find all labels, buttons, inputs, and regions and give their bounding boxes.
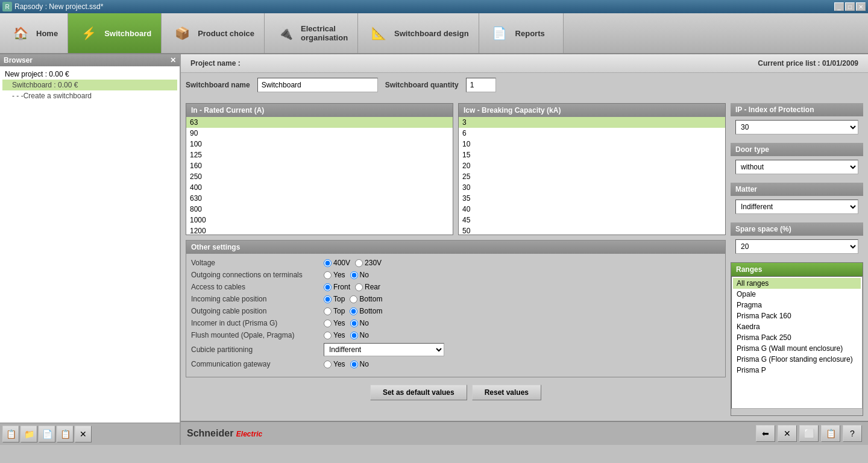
incoming-top-radio[interactable] — [324, 295, 332, 303]
voltage-230v[interactable]: 230V — [355, 259, 382, 267]
tab-switchboard-design[interactable]: 📐 Switchboard design — [358, 13, 479, 53]
tab-home[interactable]: 🏠 Home — [0, 13, 68, 53]
ranges-item-opale[interactable]: Opale — [733, 289, 861, 300]
ranges-item-prismag-wall[interactable]: Prisma G (Wall mount enclosure) — [733, 343, 861, 354]
maximize-button[interactable]: □ — [845, 2, 855, 11]
tab-electrical-organisation[interactable]: 🔌 Electrical organisation — [265, 13, 358, 53]
outgoing-no[interactable]: No — [350, 271, 369, 279]
list-item-800[interactable]: 800 — [186, 204, 453, 215]
browser-item-project[interactable]: New project : 0.00 € — [2, 69, 177, 80]
incomer-yes[interactable]: Yes — [324, 319, 345, 327]
browser-close-icon[interactable]: ✕ — [170, 56, 176, 65]
list-item-630[interactable]: 630 — [186, 193, 453, 204]
spare-space-select[interactable]: 20 10 15 25 30 — [735, 239, 858, 254]
comm-yes[interactable]: Yes — [324, 360, 345, 368]
flush-no-radio[interactable] — [350, 332, 358, 339]
nav-copy-button[interactable]: ⬜ — [799, 425, 819, 442]
comm-no[interactable]: No — [350, 360, 369, 368]
list-item-icw-45[interactable]: 45 — [459, 215, 725, 225]
list-item-icw-20[interactable]: 20 — [459, 160, 725, 171]
list-item-250[interactable]: 250 — [186, 171, 453, 182]
switchboard-qty-input[interactable] — [466, 78, 496, 92]
reset-button[interactable]: Reset values — [472, 385, 541, 400]
ranges-item-prismag-floor[interactable]: Prisma G (Floor standing enclosure) — [733, 354, 861, 365]
flush-no[interactable]: No — [350, 331, 369, 339]
list-item-icw-30[interactable]: 30 — [459, 182, 725, 193]
list-item-icw-15[interactable]: 15 — [459, 150, 725, 160]
ranges-list[interactable]: All ranges Opale Pragma Prisma Pack 160 … — [731, 276, 863, 409]
tab-switchboard[interactable]: ⚡ Switchboard — [68, 13, 162, 53]
access-front[interactable]: Front — [324, 283, 350, 291]
outgoing-cable-top-radio[interactable] — [324, 307, 332, 315]
list-item-125[interactable]: 125 — [186, 150, 453, 160]
outgoing-cable-bottom[interactable]: Bottom — [350, 307, 382, 315]
flush-yes[interactable]: Yes — [324, 331, 345, 339]
set-default-button[interactable]: Set as default values — [370, 385, 467, 400]
outgoing-cable-bottom-radio[interactable] — [350, 307, 357, 315]
list-item-icw-3[interactable]: 3 — [459, 117, 725, 128]
ranges-item-prisma250[interactable]: Prisma Pack 250 — [733, 332, 861, 343]
list-item-icw-6[interactable]: 6 — [459, 128, 725, 139]
nav-help-button[interactable]: ? — [843, 425, 862, 442]
ranges-item-prisma160[interactable]: Prisma Pack 160 — [733, 310, 861, 321]
comm-no-radio[interactable] — [350, 361, 358, 368]
nav-back-button[interactable]: ⬅ — [756, 425, 775, 442]
access-rear-radio[interactable] — [355, 283, 363, 291]
toolbar-btn-delete[interactable]: ✕ — [75, 426, 92, 443]
switchboard-name-input[interactable] — [257, 78, 378, 92]
list-item-100[interactable]: 100 — [186, 139, 453, 150]
list-item-icw-50[interactable]: 50 — [459, 225, 725, 235]
outgoing-no-radio[interactable] — [350, 271, 358, 279]
list-item-1200[interactable]: 1200 — [186, 225, 453, 235]
list-item-90[interactable]: 90 — [186, 128, 453, 139]
door-type-select[interactable]: without with door with glazed door — [735, 160, 858, 174]
ip-protection-select[interactable]: 30 31 40 41 42 43 44 54 55 — [735, 120, 858, 134]
cubicle-select[interactable]: Indifferent Yes No — [324, 343, 444, 356]
access-front-radio[interactable] — [324, 283, 332, 291]
toolbar-btn-4[interactable]: 📋 — [57, 426, 74, 443]
ranges-item-kaedra[interactable]: Kaedra — [733, 321, 861, 332]
access-rear[interactable]: Rear — [355, 283, 380, 291]
list-item-63[interactable]: 63 — [186, 117, 453, 128]
list-item-1000[interactable]: 1000 — [186, 215, 453, 225]
browser-item-create[interactable]: - - -Create a switchboard — [2, 90, 177, 101]
nav-paste-button[interactable]: 📋 — [821, 425, 840, 442]
list-item-icw-25[interactable]: 25 — [459, 171, 725, 182]
outgoing-yes-radio[interactable] — [324, 271, 332, 279]
minimize-button[interactable]: _ — [834, 2, 844, 11]
nav-close-button[interactable]: ✕ — [778, 425, 797, 442]
in-rated-current-list[interactable]: 63 90 100 125 160 250 400 630 800 1000 1 — [186, 117, 453, 235]
incomer-no[interactable]: No — [350, 319, 369, 327]
toolbar-btn-1[interactable]: 📋 — [2, 426, 19, 443]
close-button[interactable]: ✕ — [856, 2, 866, 11]
reports-icon: 📄 — [489, 22, 511, 44]
outgoing-cable-top[interactable]: Top — [324, 307, 345, 315]
voltage-400v-radio[interactable] — [324, 259, 332, 267]
incomer-no-radio[interactable] — [350, 320, 358, 327]
toolbar-btn-3[interactable]: 📄 — [39, 426, 55, 443]
ranges-item-all[interactable]: All ranges — [733, 278, 861, 289]
voltage-230v-radio[interactable] — [355, 259, 363, 267]
flush-yes-radio[interactable] — [324, 332, 332, 339]
incoming-bottom-radio[interactable] — [350, 295, 357, 303]
voltage-400v[interactable]: 400V — [324, 259, 350, 267]
ranges-item-pragma[interactable]: Pragma — [733, 300, 861, 310]
comm-yes-radio[interactable] — [324, 361, 332, 368]
list-item-icw-35[interactable]: 35 — [459, 193, 725, 204]
browser-item-switchboard[interactable]: Switchboard : 0.00 € — [2, 80, 177, 90]
title-bar-controls[interactable]: _ □ ✕ — [834, 2, 866, 11]
toolbar-btn-2[interactable]: 📁 — [20, 426, 37, 443]
ranges-item-prismak[interactable]: Prisma P — [733, 365, 861, 376]
icw-breaking-list[interactable]: 3 6 10 15 20 25 30 35 40 45 50 — [459, 117, 725, 235]
tab-reports[interactable]: 📄 Reports — [479, 13, 564, 53]
list-item-160[interactable]: 160 — [186, 160, 453, 171]
matter-select[interactable]: Indifferent Steel Stainless steel Alumin… — [735, 200, 858, 214]
outgoing-yes[interactable]: Yes — [324, 271, 345, 279]
list-item-icw-10[interactable]: 10 — [459, 139, 725, 150]
tab-product-choice[interactable]: 📦 Product choice — [162, 13, 265, 53]
list-item-icw-40[interactable]: 40 — [459, 204, 725, 215]
incoming-top[interactable]: Top — [324, 295, 345, 303]
list-item-400[interactable]: 400 — [186, 182, 453, 193]
incomer-yes-radio[interactable] — [324, 320, 332, 327]
incoming-bottom[interactable]: Bottom — [350, 295, 382, 303]
